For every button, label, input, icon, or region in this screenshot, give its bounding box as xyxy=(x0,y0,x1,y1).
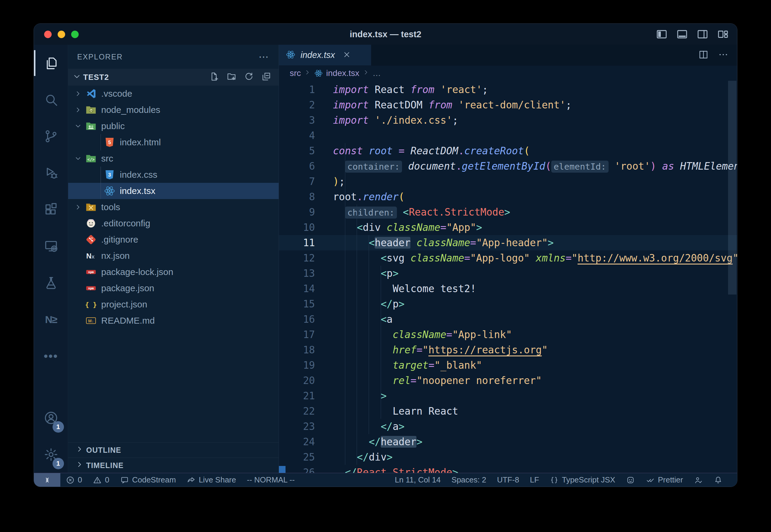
vertical-scrollbar[interactable] xyxy=(728,81,736,295)
activity-testing[interactable] xyxy=(34,264,68,301)
line-number: 10 xyxy=(279,220,333,235)
status-eol[interactable]: LF xyxy=(525,473,544,487)
code-editor[interactable]: 1234567891011121314151617181920212223242… xyxy=(279,81,737,473)
status-github[interactable] xyxy=(621,473,640,487)
status-left: 00CodeStreamLive Share-- NORMAL -- xyxy=(34,473,300,487)
layout-sidebar-left-icon[interactable] xyxy=(655,28,668,41)
chevron-right-icon xyxy=(362,68,370,78)
sidebar-item--gitignore[interactable]: .gitignore xyxy=(68,231,279,248)
new-file-icon[interactable] xyxy=(209,71,219,83)
file-tree: .vscodeJSnode_modulespublic5index.html</… xyxy=(68,86,279,329)
markdown-file-icon: M↓ xyxy=(85,315,97,327)
status-warnings[interactable]: 0 xyxy=(87,473,114,487)
minimize-window-button[interactable] xyxy=(58,31,65,38)
sidebar-item-index-html[interactable]: 5index.html xyxy=(68,134,279,150)
file-label: index.tsx xyxy=(120,186,155,196)
layout-customize-icon[interactable] xyxy=(717,28,729,41)
status-feedback[interactable] xyxy=(688,473,708,487)
sidebar-section-outline[interactable]: OUTLINE xyxy=(68,442,279,458)
status-errors[interactable]: 0 xyxy=(60,473,87,487)
tab-label: index.tsx xyxy=(301,50,335,60)
folder-public-file-icon xyxy=(85,120,97,132)
sidebar-section-timeline[interactable]: TIMELINE xyxy=(68,458,279,473)
sidebar-item-tools[interactable]: tools xyxy=(68,199,279,215)
maximize-window-button[interactable] xyxy=(71,31,79,38)
sidebar-item-node-modules[interactable]: JSnode_modules xyxy=(68,102,279,118)
titlebar: index.tsx — test2 xyxy=(34,24,737,45)
css-file-icon: 3 xyxy=(104,169,116,181)
sidebar-item--editorconfig[interactable]: .editorconfig xyxy=(68,215,279,231)
inlay-hint: elementId: xyxy=(551,161,609,173)
line-number: 8 xyxy=(279,189,333,204)
line-number: 7 xyxy=(279,174,333,189)
activity-accounts[interactable]: 1 xyxy=(34,400,68,436)
activity-run-debug[interactable] xyxy=(34,155,68,191)
status-notifications[interactable] xyxy=(708,473,728,487)
more-actions-icon[interactable] xyxy=(718,49,729,61)
sidebar-item-index-tsx[interactable]: index.tsx xyxy=(68,183,279,199)
status-live-share[interactable]: Live Share xyxy=(181,473,241,487)
split-editor-icon[interactable] xyxy=(698,49,709,61)
close-tab-icon[interactable] xyxy=(343,50,351,60)
file-label: .gitignore xyxy=(101,234,138,245)
activity-remote-explorer[interactable] xyxy=(34,228,68,264)
activity-more[interactable]: ••• xyxy=(34,338,68,374)
breadcrumb-segment[interactable]: … xyxy=(373,68,381,78)
line-number: 21 xyxy=(279,388,333,404)
line-number: 20 xyxy=(279,373,333,388)
sidebar-item-public[interactable]: public xyxy=(68,118,279,134)
explorer-more-icon[interactable]: ⋯ xyxy=(259,51,270,63)
file-label: index.html xyxy=(120,137,161,147)
chevron-right-icon xyxy=(75,460,84,470)
line-number: 22 xyxy=(279,404,333,419)
new-folder-icon[interactable] xyxy=(226,71,237,83)
status-label: Live Share xyxy=(199,475,236,485)
code-line: import './index.css'; xyxy=(333,113,737,128)
code-line: <div className="App"> xyxy=(333,220,737,235)
status-cursor-position[interactable]: Ln 11, Col 14 xyxy=(389,473,446,487)
sidebar-item-package-lock-json[interactable]: npmpackage-lock.json xyxy=(68,264,279,280)
status-label: CodeStream xyxy=(132,475,176,485)
line-number: 9 xyxy=(279,204,333,220)
code-line: const root = ReactDOM.createRoot( xyxy=(333,143,737,159)
sidebar-item--vscode[interactable]: .vscode xyxy=(68,86,279,102)
activity-bar: N≥•••11 xyxy=(34,45,68,473)
collapse-all-icon[interactable] xyxy=(261,71,271,83)
sidebar-item-readme-md[interactable]: M↓README.md xyxy=(68,313,279,329)
sidebar-bottom-sections: OUTLINETIMELINE xyxy=(68,442,279,473)
activity-search[interactable] xyxy=(34,81,68,118)
status-vim-mode[interactable]: -- NORMAL -- xyxy=(241,473,300,487)
titlebar-layout-actions xyxy=(655,24,729,45)
activity-nx-console[interactable]: N≥ xyxy=(34,301,68,338)
status-language-mode[interactable]: TypeScript JSX xyxy=(544,473,621,487)
breadcrumb-segment[interactable]: index.tsx xyxy=(326,68,359,78)
react-icon xyxy=(314,69,323,78)
sidebar-section-test2[interactable]: TEST2 xyxy=(68,69,279,86)
status-codestream[interactable]: CodeStream xyxy=(115,473,181,487)
activity-source-control[interactable] xyxy=(34,118,68,155)
refresh-icon[interactable] xyxy=(244,71,254,83)
layout-sidebar-right-icon[interactable] xyxy=(696,28,709,41)
sidebar-item-src[interactable]: </>src xyxy=(68,150,279,167)
status-label: Ln 11, Col 14 xyxy=(395,475,441,485)
status-remote-indicator[interactable] xyxy=(34,473,60,487)
breadcrumb-segment[interactable]: src xyxy=(290,68,301,78)
status-indentation[interactable]: Spaces: 2 xyxy=(446,473,492,487)
activity-settings[interactable]: 1 xyxy=(34,436,68,473)
tree-indent-guide xyxy=(101,134,101,150)
activity-explorer[interactable] xyxy=(34,45,68,81)
line-number-gutter: 1234567891011121314151617181920212223242… xyxy=(279,82,333,473)
tree-indent-guide xyxy=(101,167,101,199)
layout-panel-icon[interactable] xyxy=(676,28,688,41)
status-prettier[interactable]: Prettier xyxy=(640,473,688,487)
status-encoding[interactable]: UTF-8 xyxy=(491,473,525,487)
sidebar-item-nx-json[interactable]: Nxnx.json xyxy=(68,248,279,264)
sidebar-item-index-css[interactable]: 3index.css xyxy=(68,167,279,183)
activity-extensions[interactable] xyxy=(34,191,68,228)
status-label: -- NORMAL -- xyxy=(247,475,295,485)
sidebar-item-project-json[interactable]: { }project.json xyxy=(68,296,279,313)
close-window-button[interactable] xyxy=(44,31,52,38)
sidebar-item-package-json[interactable]: npmpackage.json xyxy=(68,280,279,296)
tab-index-tsx[interactable]: index.tsx xyxy=(279,45,371,65)
file-label: .vscode xyxy=(101,89,132,99)
